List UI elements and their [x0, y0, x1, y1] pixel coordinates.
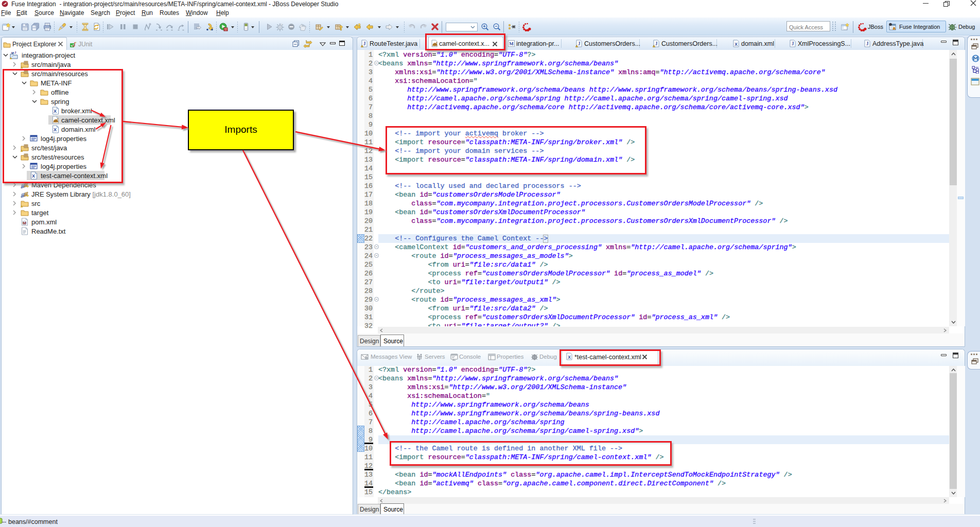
- svg-text:M: M: [509, 41, 514, 46]
- svg-text:!: !: [576, 45, 577, 48]
- svg-text:J: J: [363, 41, 366, 46]
- svg-text:J: J: [655, 41, 658, 46]
- svg-text:J: J: [792, 41, 794, 46]
- svg-text:J: J: [14, 51, 16, 54]
- svg-text:X: X: [734, 42, 738, 47]
- svg-text:!: !: [362, 45, 362, 48]
- svg-text:M: M: [23, 221, 26, 225]
- svg-text:M: M: [11, 51, 14, 55]
- svg-text:!: !: [654, 45, 654, 48]
- svg-text:J: J: [578, 41, 581, 46]
- svg-text:J: J: [866, 41, 869, 46]
